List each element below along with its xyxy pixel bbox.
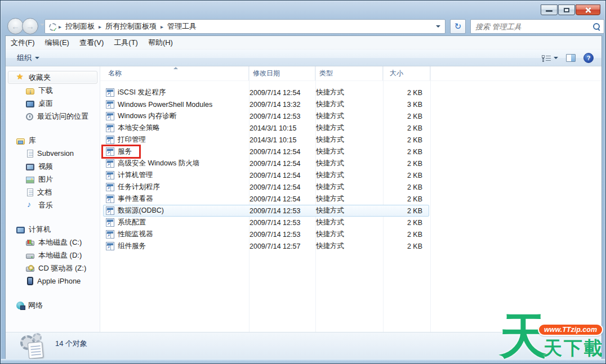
shortcut-icon <box>106 230 114 239</box>
file-name: 数据源(ODBC) <box>118 206 164 215</box>
table-row[interactable]: 高级安全 Windows 防火墙2009/7/14 12:54快捷方式2 KB <box>103 158 429 169</box>
column-header[interactable]: 大小 <box>383 66 430 80</box>
sidebar-item-label: 文档 <box>37 187 52 197</box>
drive-icon <box>26 254 34 259</box>
file-name: 本地安全策略 <box>118 123 160 133</box>
type-cell: 快捷方式 <box>316 159 384 168</box>
sidebar-section: 库Subversion视频图片文档音乐 <box>6 134 100 212</box>
sidebar-item[interactable]: Subversion <box>6 147 100 160</box>
file-name: 高级安全 Windows 防火墙 <box>118 159 199 168</box>
breadcrumb-chevron-icon[interactable]: ▸ <box>160 24 164 30</box>
file-name: 性能监视器 <box>118 230 153 239</box>
sidebar-item[interactable]: 图片 <box>6 173 100 186</box>
sidebar-item-label: 视频 <box>38 161 53 172</box>
sidebar-item[interactable]: 网络 <box>8 299 97 312</box>
file-name-cell: 组件服务 <box>104 241 249 251</box>
file-name-cell: 数据源(ODBC) <box>104 206 249 215</box>
file-name-cell: 事件查看器 <box>104 194 249 204</box>
table-row[interactable]: 打印管理2014/3/1 10:15快捷方式2 KB <box>103 134 429 146</box>
sidebar-item-label: 本地磁盘 (D:) <box>38 250 82 260</box>
help-button[interactable]: ? <box>583 53 594 63</box>
forward-button[interactable]: → <box>22 18 38 34</box>
sidebar-item[interactable]: 收藏夹 <box>8 71 97 84</box>
sidebar-item[interactable]: 桌面 <box>6 97 100 110</box>
sidebar-item-label: 本地磁盘 (C:) <box>38 237 82 248</box>
table-row[interactable]: 组件服务2009/7/14 12:57快捷方式2 KB <box>103 240 429 252</box>
minimize-button[interactable] <box>541 5 558 15</box>
sidebar-item[interactable]: 本地磁盘 (D:) <box>6 249 100 262</box>
date-modified-cell: 2009/7/14 12:54 <box>249 183 316 191</box>
file-name-cell: iSCSI 发起程序 <box>104 88 249 97</box>
address-bar[interactable]: ▸控制面板▸所有控制面板项▸管理工具 <box>44 19 445 34</box>
table-row[interactable]: 事件查看器2009/7/14 12:54快捷方式2 KB <box>103 193 429 205</box>
file-name: 事件查看器 <box>118 194 153 204</box>
change-view-button[interactable] <box>542 55 558 61</box>
date-modified-cell: 2009/7/14 12:54 <box>249 160 316 168</box>
sidebar-item-label: Subversion <box>37 149 74 158</box>
menu-item[interactable]: 工具(T) <box>109 38 143 48</box>
close-button[interactable] <box>576 5 600 15</box>
recent-pages-chevron-icon[interactable] <box>40 24 44 28</box>
table-row[interactable]: 系统配置2009/7/14 12:53快捷方式2 KB <box>103 217 429 228</box>
breadcrumb-item[interactable]: 管理工具 <box>164 21 200 32</box>
search-box[interactable] <box>470 19 604 34</box>
sidebar-item[interactable]: 库 <box>8 134 97 147</box>
sidebar-item-label: 收藏夹 <box>29 73 51 83</box>
details-pane-icon <box>19 334 48 359</box>
preview-pane-button[interactable] <box>566 54 576 62</box>
refresh-button[interactable]: ↻ <box>450 19 466 34</box>
table-row[interactable]: 性能监视器2009/7/14 12:53快捷方式2 KB <box>103 228 429 240</box>
table-row[interactable]: 计算机管理2009/7/14 12:54快捷方式2 KB <box>103 169 429 181</box>
sidebar-item[interactable]: 本地磁盘 (C:) <box>6 236 100 249</box>
list-view-icon <box>542 55 551 61</box>
organize-label: 组织 <box>17 53 32 63</box>
table-row[interactable]: Windows PowerShell Modules2009/7/14 13:3… <box>103 98 429 110</box>
sidebar-item[interactable]: 下载 <box>6 84 100 97</box>
sidebar-item[interactable]: Apple iPhone <box>6 275 100 287</box>
type-cell: 快捷方式 <box>316 135 384 145</box>
search-input[interactable] <box>474 22 592 32</box>
breadcrumb-item[interactable]: 所有控制面板项 <box>102 21 160 32</box>
back-button[interactable]: ← <box>7 18 24 34</box>
maximize-button[interactable] <box>558 5 575 15</box>
shortcut-icon <box>106 206 114 215</box>
table-row[interactable]: 本地安全策略2014/3/1 10:15快捷方式2 KB <box>103 122 429 134</box>
column-header[interactable]: 名称 <box>100 66 249 80</box>
sidebar-item[interactable]: 最近访问的位置 <box>6 110 100 123</box>
column-header[interactable]: 类型 <box>315 66 383 80</box>
search-icon[interactable] <box>592 23 600 30</box>
organize-button[interactable]: 组织 <box>12 51 44 65</box>
table-row[interactable]: 任务计划程序2009/7/14 12:54快捷方式2 KB <box>103 181 429 193</box>
table-row[interactable]: 数据源(ODBC)2009/7/14 12:53快捷方式2 KB <box>103 205 429 217</box>
table-row[interactable]: iSCSI 发起程序2009/7/14 12:54快捷方式2 KB <box>103 87 429 98</box>
file-name: Windows 内存诊断 <box>118 111 176 121</box>
sidebar-item-label: 最近访问的位置 <box>37 111 88 122</box>
table-row[interactable]: 服务2009/7/14 12:54快捷方式2 KB <box>103 146 429 158</box>
sidebar-item[interactable]: 视频 <box>6 160 100 173</box>
file-name-cell: 任务计划程序 <box>104 182 249 192</box>
menu-item[interactable]: 编辑(E) <box>40 38 74 48</box>
admin-tools-icon <box>48 23 57 31</box>
size-cell: 2 KB <box>384 219 427 227</box>
breadcrumb-item[interactable]: 控制面板 <box>62 21 98 32</box>
sidebar-item[interactable]: 文档 <box>6 186 100 199</box>
navigation-bar: ← → ▸控制面板▸所有控制面板项▸管理工具 ↻ <box>5 17 602 35</box>
column-header[interactable]: 修改日期 <box>249 66 315 80</box>
address-dropdown-icon[interactable] <box>436 25 440 30</box>
size-cell: 2 KB <box>384 89 427 97</box>
breadcrumb: ▸控制面板▸所有控制面板项▸管理工具 <box>58 21 200 32</box>
breadcrumb-chevron-icon[interactable]: ▸ <box>58 24 62 30</box>
shortcut-icon <box>106 242 114 250</box>
menu-item[interactable]: 查看(V) <box>74 38 109 48</box>
sidebar-item[interactable]: 音乐 <box>6 199 100 212</box>
type-cell: 快捷方式 <box>316 100 384 109</box>
menu-item[interactable]: 文件(F) <box>6 38 40 48</box>
sidebar-item[interactable]: 计算机 <box>8 223 97 236</box>
sidebar-section: 收藏夹下载桌面最近访问的位置 <box>6 71 100 123</box>
menu-item[interactable]: 帮助(H) <box>143 38 178 48</box>
desktop-icon <box>26 101 34 107</box>
breadcrumb-chevron-icon[interactable]: ▸ <box>98 24 102 30</box>
table-row[interactable]: Windows 内存诊断2009/7/14 12:53快捷方式2 KB <box>103 110 429 122</box>
sidebar-item-label: 计算机 <box>29 224 51 235</box>
sidebar-item[interactable]: CD 驱动器 (Z:) <box>6 262 100 275</box>
